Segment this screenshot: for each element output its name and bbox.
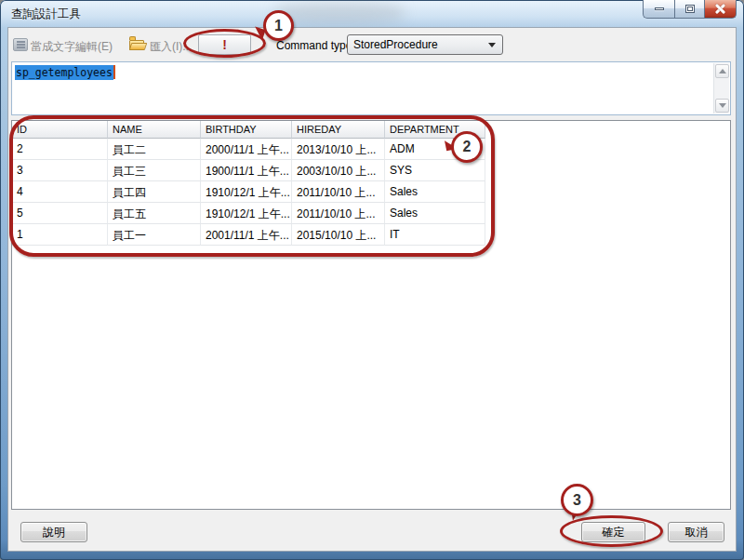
close-icon (715, 4, 725, 14)
maximize-button[interactable] (674, 0, 704, 19)
scroll-down-button[interactable] (715, 99, 729, 113)
sql-selected-text: sp_getemployees (15, 65, 113, 80)
editor-scrollbar[interactable] (713, 63, 729, 113)
query-designer-window: 查詢設計工具 當成文字編輯(E) 匯入(I)... ! Command type… (0, 0, 744, 560)
help-button[interactable]: 說明 (20, 522, 87, 542)
close-button[interactable] (704, 0, 737, 19)
arrow-down-icon (719, 103, 726, 108)
minimize-icon (655, 7, 664, 10)
scroll-up-button[interactable] (715, 64, 729, 78)
edit-as-text-icon (13, 38, 28, 51)
titlebar-glass-smudge (274, 2, 405, 24)
edit-as-text-button[interactable]: 當成文字編輯(E) (31, 39, 113, 55)
command-type-select[interactable]: StoredProcedure (347, 34, 503, 55)
maximize-icon (685, 5, 695, 13)
text-caret (113, 65, 115, 79)
arrow-up-icon (719, 69, 726, 73)
minimize-button[interactable] (643, 0, 674, 19)
import-folder-icon (129, 38, 146, 50)
window-title: 查詢設計工具 (11, 7, 81, 22)
chevron-down-icon (488, 43, 496, 47)
annotation-rect-grid (9, 115, 495, 257)
caption-buttons (643, 0, 737, 19)
annotation-balloon-1: 1 (263, 10, 294, 41)
sql-editor[interactable]: sp_getemployees (11, 61, 731, 115)
annotation-balloon-2: 2 (451, 131, 483, 163)
command-type-value: StoredProcedure (348, 38, 488, 51)
command-type-label: Command type: (276, 39, 355, 52)
annotation-balloon-3: 3 (561, 484, 593, 516)
cancel-button[interactable]: 取消 (668, 522, 724, 542)
